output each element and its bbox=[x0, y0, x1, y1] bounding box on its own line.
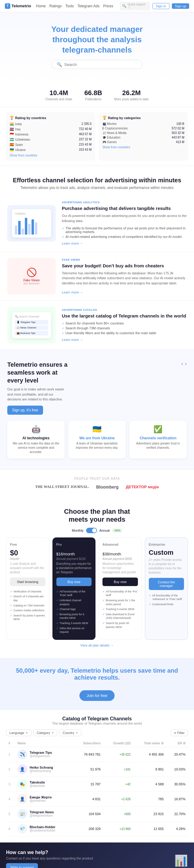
cta-support-desc: Contact us if you have any questions reg… bbox=[6, 857, 169, 860]
cta-support-content: How can we help? Contact us if you have … bbox=[6, 850, 169, 868]
feature-list-item: The ability to forecast the performance … bbox=[62, 226, 187, 234]
plan-feature: All functionality of the 'Advanced' or '… bbox=[149, 593, 184, 602]
assurance-card-verification-desc: Advertisers place greater trust in verif… bbox=[134, 441, 183, 450]
cell-num: 3 bbox=[6, 777, 15, 792]
plan-feature: Browsing posts for 1 the entire period bbox=[103, 598, 138, 607]
hero-search-box[interactable]: 🔍 bbox=[51, 60, 143, 69]
rating-countries-show-more[interactable]: Show from countries bbox=[10, 154, 91, 157]
feature-visual-fakeviews: 🚫 Fake Views Bot detection bbox=[7, 258, 56, 294]
filter-language[interactable]: Language ▼ bbox=[6, 730, 32, 736]
write-support-btn[interactable]: Write to support bbox=[6, 863, 38, 868]
trust-logo-wsj: THE WALL STREET JOURNAL. bbox=[35, 485, 89, 489]
plan-pro-btn[interactable]: Buy now bbox=[56, 578, 92, 586]
plan-feature: Custom media collections bbox=[10, 608, 45, 613]
nav-link-prices[interactable]: Prices bbox=[103, 4, 113, 8]
table-row: 2 👤 Heiko Schrang @heikoschrang 51 976 +… bbox=[6, 762, 188, 777]
plan-ent-btn[interactable]: Contact the manager bbox=[149, 578, 184, 590]
plan-free-desc: 1 user Analyze and acquaint yourself wit… bbox=[10, 562, 45, 575]
slider-next[interactable]: › bbox=[185, 361, 187, 367]
rating-cat-icon: 🏆 bbox=[103, 116, 107, 120]
nav-search-placeholder: Quick search ↑↑ bbox=[128, 3, 148, 9]
plan-feature: All functionality of the 'Pro' tariff bbox=[103, 589, 138, 598]
plan-feature: All functionality of the 'Free' tariff bbox=[56, 589, 92, 598]
toggle-knob bbox=[92, 528, 96, 533]
channel-name: Telegram News bbox=[30, 810, 54, 814]
signup-button[interactable]: Sign up bbox=[172, 3, 189, 9]
cell-channel: 👤 Ежедн Жертн @jevedmen bbox=[15, 792, 73, 806]
cell-growth: +181 bbox=[103, 762, 133, 777]
signin-button[interactable]: Sign in bbox=[152, 3, 169, 9]
nav-link-telegram-ads[interactable]: Telegram Ads bbox=[78, 4, 100, 8]
slider-prev[interactable]: ‹ bbox=[181, 361, 183, 367]
cell-views: 9 891 bbox=[133, 762, 166, 777]
hero-line2: throughout the analysis bbox=[52, 35, 142, 44]
nav-links: Home Ratings Tools Telegram Ads Prices bbox=[36, 4, 113, 8]
learn-more-analytics[interactable]: Learn more → bbox=[62, 242, 83, 245]
learn-more-fakeviews[interactable]: Learn more → bbox=[62, 290, 83, 294]
rating-categories-card: 🏆 Rating by categories 🎬 Movies100 B ₿ C… bbox=[99, 112, 188, 161]
stats-section: 10.4M Channels and chats 66.8B Publicati… bbox=[0, 83, 194, 107]
plan-feature: Unlimited channel analysis bbox=[56, 598, 92, 607]
filter-category[interactable]: Category ▼ bbox=[33, 730, 57, 736]
rating-categories-show-more[interactable]: Show from countries bbox=[103, 146, 184, 149]
feature-list-item: AI model-related advertising creatives o… bbox=[62, 234, 187, 239]
rating-categories-title: 🏆 Rating by categories bbox=[103, 116, 184, 120]
trust-section: PEOPLE TRUST OUR DATA THE WALL STREET JO… bbox=[0, 469, 194, 497]
plan-pro-desc: Everything you require for a standalone … bbox=[56, 562, 92, 575]
assurance-card-ai-title: AI technologies bbox=[11, 436, 60, 440]
view-all-plans[interactable]: View all plan details → bbox=[6, 644, 188, 647]
feature-row-analytics: Analytics ADVERTISING ANALYTICS Purchase… bbox=[0, 195, 194, 252]
plan-feature: Catalog on 73M channels bbox=[10, 603, 45, 608]
feature-desc-analytics: Our AI-powered model will locate adverti… bbox=[62, 213, 187, 223]
rating-row: 🇮🇳India2 335.5 bbox=[10, 122, 91, 127]
pricing-toggle: Monthly Annual -30% bbox=[6, 528, 188, 533]
verification-icon: ✅ bbox=[134, 425, 183, 434]
feature-row-catalog: 🔍 Search channels 📱 Telegram Tips 📰 News… bbox=[0, 301, 194, 350]
chevron-down-icon: ▼ bbox=[26, 731, 28, 734]
col-num: # bbox=[6, 740, 15, 747]
channel-handle: @coinblocknholder bbox=[30, 829, 55, 832]
filter-country[interactable]: Country ▼ bbox=[59, 730, 81, 736]
plan-ent-price: Custom bbox=[149, 549, 184, 557]
nav-brand-name: Telemetrio bbox=[11, 4, 31, 8]
feature-content-analytics: ADVERTISING ANALYTICS Purchase advertisi… bbox=[62, 201, 187, 246]
trust-label: PEOPLE TRUST OUR DATA bbox=[7, 477, 187, 480]
learn-more-catalog[interactable]: Learn more → bbox=[62, 338, 83, 341]
nav-link-ratings[interactable]: Ratings bbox=[49, 4, 62, 8]
plan-pro-price: $16/month bbox=[56, 549, 92, 557]
plan-ent-desc: 2+ years Provide access to a complete li… bbox=[149, 558, 184, 575]
feature-visual-analytics: Analytics bbox=[7, 205, 56, 242]
cell-channel: 💎 Blochain-Holder @coinblocknholder bbox=[15, 821, 73, 836]
plan-feature: Search of 3 channels per day bbox=[10, 594, 45, 603]
feature-content-catalog: ADVERTISING CATALOG Use the largest cata… bbox=[62, 308, 187, 342]
feature-title-catalog: Use the largest catalog of Telegram chan… bbox=[62, 313, 187, 318]
hero-line1: Your dedicated manager bbox=[51, 25, 143, 34]
assurance-signup-btn[interactable]: Sign up, it's free bbox=[7, 406, 43, 415]
plan-adv-btn[interactable]: Buy now bbox=[103, 578, 138, 586]
plan-free-btn[interactable]: Start browsing bbox=[10, 578, 45, 586]
table-row: 6 💎 Blochain-Holder @coinblocknholder 20… bbox=[6, 821, 188, 836]
plan-adv-payment: Annual payment $456 bbox=[103, 557, 138, 561]
feature-badge-analytics: ADVERTISING ANALYTICS bbox=[62, 201, 187, 204]
channel-handle: @takobsite bbox=[30, 784, 45, 787]
col-growth: Growth (1D) bbox=[103, 740, 133, 747]
join-free-btn[interactable]: Join for free bbox=[79, 690, 115, 701]
cell-growth: +13 960 bbox=[103, 821, 133, 836]
toggle-annual-label: Annual bbox=[100, 529, 110, 532]
nav-link-tools[interactable]: Tools bbox=[65, 4, 74, 8]
features-desc: Telemetrio allows you to track ads, anal… bbox=[6, 186, 188, 190]
col-name: Name bbox=[15, 740, 73, 747]
feature-visual-catalog: 🔍 Search channels 📱 Telegram Tips 📰 News… bbox=[7, 307, 56, 343]
toggle-monthly-label: Monthly bbox=[72, 529, 84, 532]
filter-all[interactable]: ≡ Filter bbox=[171, 730, 188, 736]
nav-logo[interactable]: T Telemetrio bbox=[5, 3, 31, 9]
plan-free-period: /month bbox=[10, 557, 45, 561]
nav-search-box[interactable]: 🔍 Quick search ↑↑ bbox=[120, 2, 150, 10]
cell-growth: +42 bbox=[103, 777, 133, 792]
pricing-card-enterprise: Enterprise Custom 2+ years Provide acces… bbox=[145, 537, 188, 640]
cell-er: 20.47% bbox=[166, 747, 188, 762]
hero-search-input[interactable] bbox=[64, 62, 137, 67]
nav-link-home[interactable]: Home bbox=[36, 4, 46, 8]
pricing-section: Choose the plan that meets your needs Mo… bbox=[0, 497, 194, 658]
pricing-toggle-switch[interactable] bbox=[86, 528, 97, 533]
